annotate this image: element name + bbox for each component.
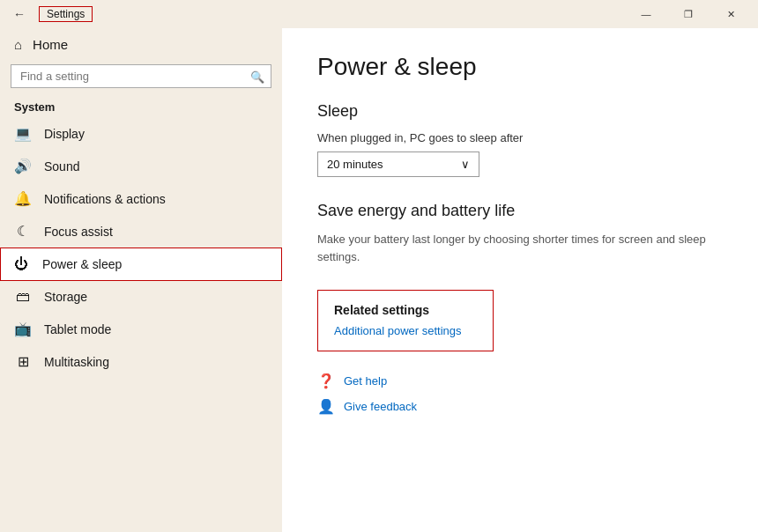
notifications-icon: 🔔 <box>14 190 32 207</box>
sidebar-item-label: Storage <box>44 290 87 304</box>
additional-power-settings-link[interactable]: Additional power settings <box>334 324 462 337</box>
energy-section: Save energy and battery life Make your b… <box>317 202 723 265</box>
sidebar-item-label: Display <box>44 127 85 141</box>
sidebar-item-label: Focus assist <box>44 225 113 239</box>
related-settings-box: Related settings Additional power settin… <box>317 290 494 351</box>
sidebar: ⌂ Home 🔍 System 💻 Display 🔊 Sound 🔔 Noti… <box>0 28 282 532</box>
home-label: Home <box>33 37 68 52</box>
app-body: ⌂ Home 🔍 System 💻 Display 🔊 Sound 🔔 Noti… <box>0 28 758 532</box>
back-button[interactable]: ← <box>7 2 32 26</box>
content-area: Power & sleep Sleep When plugged in, PC … <box>282 28 758 532</box>
sidebar-item-label: Sound <box>44 159 79 174</box>
get-help-link[interactable]: ❓ Get help <box>317 373 723 389</box>
app-title: Settings <box>39 6 93 22</box>
power-icon: ⏻ <box>12 256 30 272</box>
sidebar-item-notifications[interactable]: 🔔 Notifications & actions <box>0 182 282 215</box>
sidebar-item-power[interactable]: ⏻ Power & sleep <box>0 248 282 281</box>
sidebar-item-sound[interactable]: 🔊 Sound <box>0 150 282 182</box>
tablet-icon: 📺 <box>14 321 32 337</box>
sidebar-item-label: Multitasking <box>44 355 109 369</box>
get-help-label: Get help <box>344 374 387 388</box>
sleep-section-title: Sleep <box>317 102 723 121</box>
sound-icon: 🔊 <box>14 158 32 174</box>
sidebar-item-multitasking[interactable]: ⊞ Multitasking <box>0 345 282 378</box>
energy-description: Make your battery last longer by choosin… <box>317 231 723 265</box>
sidebar-item-display[interactable]: 💻 Display <box>0 117 282 150</box>
sleep-value: 20 minutes <box>327 158 383 171</box>
sidebar-item-label: Tablet mode <box>44 322 111 336</box>
home-icon: ⌂ <box>14 37 22 52</box>
give-feedback-link[interactable]: 👤 Give feedback <box>317 398 723 415</box>
maximize-button[interactable]: ❐ <box>668 0 709 28</box>
sidebar-item-label: Notifications & actions <box>44 192 166 206</box>
related-settings-title: Related settings <box>334 303 477 317</box>
search-container: 🔍 <box>11 64 271 88</box>
sidebar-item-home[interactable]: ⌂ Home <box>0 28 282 61</box>
give-feedback-label: Give feedback <box>344 400 417 413</box>
close-button[interactable]: ✕ <box>710 0 751 28</box>
title-bar-left: ← Settings <box>7 2 626 26</box>
title-bar-controls: — ❐ ✕ <box>626 0 751 28</box>
energy-section-title: Save energy and battery life <box>317 202 723 220</box>
sidebar-item-tablet[interactable]: 📺 Tablet mode <box>0 313 282 345</box>
search-icon: 🔍 <box>250 70 264 83</box>
help-links: ❓ Get help 👤 Give feedback <box>317 373 723 415</box>
sleep-field-label: When plugged in, PC goes to sleep after <box>317 131 723 144</box>
minimize-button[interactable]: — <box>626 0 666 28</box>
get-help-icon: ❓ <box>317 373 335 389</box>
sidebar-item-focus[interactable]: ☾ Focus assist <box>0 215 282 248</box>
title-bar: ← Settings — ❐ ✕ <box>0 0 758 28</box>
display-icon: 💻 <box>14 125 32 142</box>
storage-icon: 🗃 <box>14 289 32 305</box>
multitasking-icon: ⊞ <box>14 353 32 370</box>
sidebar-item-storage[interactable]: 🗃 Storage <box>0 281 282 313</box>
section-label: System <box>0 95 282 117</box>
focus-icon: ☾ <box>14 223 32 240</box>
page-title: Power & sleep <box>317 53 723 81</box>
chevron-down-icon: ∨ <box>461 158 470 171</box>
sidebar-item-label: Power & sleep <box>42 257 122 271</box>
sleep-dropdown[interactable]: 20 minutes ∨ <box>317 151 479 177</box>
search-input[interactable] <box>11 64 271 88</box>
give-feedback-icon: 👤 <box>317 398 335 415</box>
